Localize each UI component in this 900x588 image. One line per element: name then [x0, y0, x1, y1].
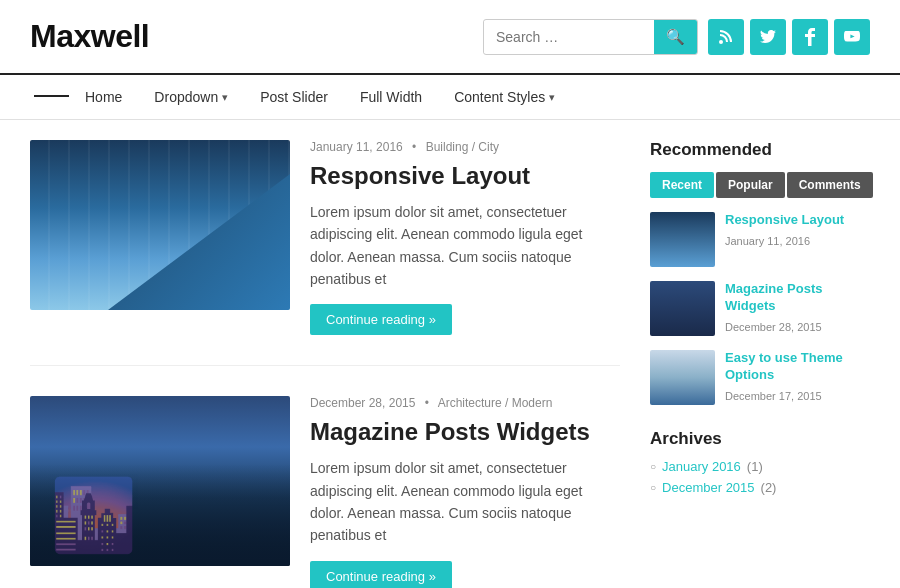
header-right: 🔍	[483, 19, 870, 55]
main-content: January 11, 2016 • Building / City Respo…	[0, 120, 900, 588]
archive-item-2: ○ December 2015 (2)	[650, 480, 870, 495]
search-box: 🔍	[483, 19, 698, 55]
nav-item-content-styles[interactable]: Content Styles ▾	[438, 75, 571, 119]
tab-comments[interactable]: Comments	[787, 172, 873, 198]
sidebar: Recommended Recent Popular Comments Resp…	[650, 140, 870, 588]
main-nav: Home Dropdown ▾ Post Slider Full Width C…	[0, 73, 900, 120]
social-icons	[708, 19, 870, 55]
sidebar-post-3: Easy to use Theme Options December 17, 2…	[650, 350, 870, 405]
content-styles-arrow-icon: ▾	[549, 91, 555, 104]
sidebar-thumb-3	[650, 350, 715, 405]
post-2-title: Magazine Posts Widgets	[310, 418, 620, 447]
post-1: January 11, 2016 • Building / City Respo…	[30, 140, 620, 366]
rss-icon[interactable]	[708, 19, 744, 55]
archive-bullet-1: ○	[650, 461, 656, 472]
post-1-read-more[interactable]: Continue reading »	[310, 304, 452, 335]
tab-popular[interactable]: Popular	[716, 172, 785, 198]
archive-count-jan2016: (1)	[747, 459, 763, 474]
sidebar-post-1-date: January 11, 2016	[725, 235, 810, 247]
sidebar-post-1-info: Responsive Layout January 11, 2016	[725, 212, 870, 248]
post-1-title: Responsive Layout	[310, 162, 620, 191]
post-2-meta: December 28, 2015 • Architecture / Moder…	[310, 396, 620, 410]
sidebar-post-1: Responsive Layout January 11, 2016	[650, 212, 870, 267]
nav-item-full-width[interactable]: Full Width	[344, 75, 438, 119]
sidebar-post-2-title[interactable]: Magazine Posts Widgets	[725, 281, 870, 315]
meta-separator-2: •	[425, 396, 429, 410]
twitter-icon[interactable]	[750, 19, 786, 55]
archive-item-1: ○ January 2016 (1)	[650, 459, 870, 474]
dropdown-arrow-icon: ▾	[222, 91, 228, 104]
post-2: December 28, 2015 • Architecture / Moder…	[30, 396, 620, 588]
sidebar-post-3-title[interactable]: Easy to use Theme Options	[725, 350, 870, 384]
archive-count-dec2015: (2)	[761, 480, 777, 495]
sidebar-thumb-2-img	[650, 281, 715, 336]
sidebar-post-2: Magazine Posts Widgets December 28, 2015	[650, 281, 870, 336]
sidebar-thumb-3-img	[650, 350, 715, 405]
post-2-excerpt: Lorem ipsum dolor sit amet, consectetuer…	[310, 457, 620, 547]
archive-bullet-2: ○	[650, 482, 656, 493]
sidebar-thumb-2	[650, 281, 715, 336]
sidebar-post-2-date: December 28, 2015	[725, 321, 822, 333]
archives-section: Archives ○ January 2016 (1) ○ December 2…	[650, 429, 870, 495]
archives-title: Archives	[650, 429, 870, 449]
facebook-icon[interactable]	[792, 19, 828, 55]
post-2-thumbnail	[30, 396, 290, 566]
search-input[interactable]	[484, 21, 654, 53]
post-1-excerpt: Lorem ipsum dolor sit amet, consectetuer…	[310, 201, 620, 291]
sidebar-post-3-info: Easy to use Theme Options December 17, 2…	[725, 350, 870, 403]
post-1-thumbnail	[30, 140, 290, 310]
youtube-icon[interactable]	[834, 19, 870, 55]
post-1-meta: January 11, 2016 • Building / City	[310, 140, 620, 154]
recommended-title: Recommended	[650, 140, 870, 160]
recommended-tabs: Recent Popular Comments	[650, 172, 870, 198]
post-1-body: January 11, 2016 • Building / City Respo…	[310, 140, 620, 335]
site-header: Maxwell 🔍	[0, 0, 900, 73]
sidebar-thumb-1-img	[650, 212, 715, 267]
nav-item-home[interactable]: Home	[69, 75, 138, 119]
sidebar-post-1-title[interactable]: Responsive Layout	[725, 212, 870, 229]
sidebar-thumb-1	[650, 212, 715, 267]
meta-separator: •	[412, 140, 416, 154]
sidebar-post-2-info: Magazine Posts Widgets December 28, 2015	[725, 281, 870, 334]
nav-item-post-slider[interactable]: Post Slider	[244, 75, 344, 119]
archive-link-dec2015[interactable]: December 2015	[662, 480, 755, 495]
nav-item-dropdown[interactable]: Dropdown ▾	[138, 75, 244, 119]
post-2-body: December 28, 2015 • Architecture / Moder…	[310, 396, 620, 588]
svg-point-0	[719, 40, 723, 44]
site-title: Maxwell	[30, 18, 149, 55]
post-2-read-more[interactable]: Continue reading »	[310, 561, 452, 588]
posts-area: January 11, 2016 • Building / City Respo…	[30, 140, 620, 588]
tab-recent[interactable]: Recent	[650, 172, 714, 198]
recommended-section: Recommended Recent Popular Comments Resp…	[650, 140, 870, 405]
sidebar-post-3-date: December 17, 2015	[725, 390, 822, 402]
archive-link-jan2016[interactable]: January 2016	[662, 459, 741, 474]
search-button[interactable]: 🔍	[654, 20, 697, 54]
